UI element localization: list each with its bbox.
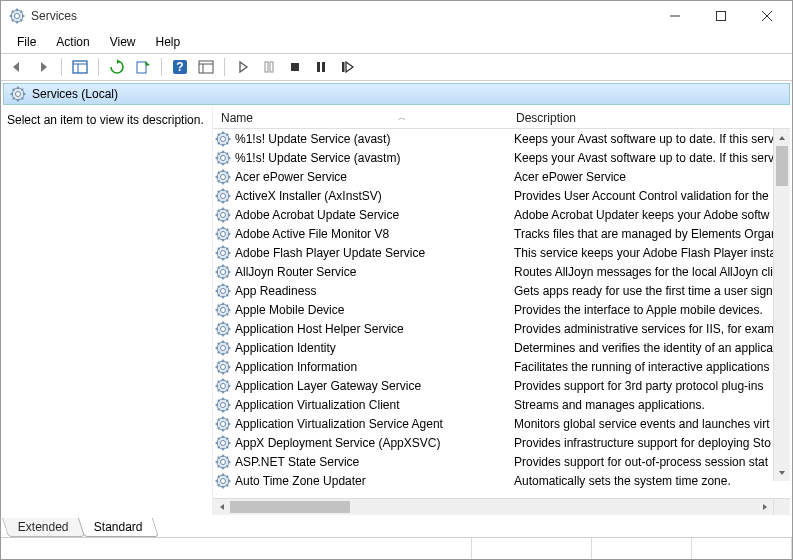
show-hide-tree-button[interactable] — [68, 56, 92, 78]
service-row[interactable]: Acer ePower ServiceAcer ePower Service — [213, 167, 790, 186]
service-description: Keeps your Avast software up to date. If… — [510, 132, 790, 146]
service-description: Acer ePower Service — [510, 170, 790, 184]
menu-help[interactable]: Help — [146, 33, 191, 51]
sort-indicator-icon: ︿ — [348, 112, 406, 123]
service-row[interactable]: AppX Deployment Service (AppXSVC)Provide… — [213, 433, 790, 452]
service-row[interactable]: %1!s! Update Service (avastm)Keeps your … — [213, 148, 790, 167]
service-name: Acer ePower Service — [235, 170, 510, 184]
services-root-icon — [10, 86, 26, 102]
svg-rect-24 — [270, 62, 273, 72]
service-name: ActiveX Installer (AxInstSV) — [235, 189, 510, 203]
service-name: AllJoyn Router Service — [235, 265, 510, 279]
service-name: Adobe Active File Monitor V8 — [235, 227, 510, 241]
service-icon — [215, 169, 231, 185]
column-description[interactable]: Description — [508, 107, 790, 128]
service-row[interactable]: %1!s! Update Service (avast)Keeps your A… — [213, 129, 790, 148]
start-service-button[interactable] — [231, 56, 255, 78]
scroll-down-button[interactable] — [774, 464, 790, 481]
service-list-pane: Name ︿ Description %1!s! Update Service … — [213, 107, 790, 515]
tab-extended[interactable]: Extended — [2, 518, 85, 537]
service-name: Application Information — [235, 360, 510, 374]
menu-bar: File Action View Help — [1, 31, 792, 53]
service-row[interactable]: App ReadinessGets apps ready for use the… — [213, 281, 790, 300]
toolbar: ? — [1, 53, 792, 81]
status-bar — [1, 537, 792, 559]
service-name: Adobe Acrobat Update Service — [235, 208, 510, 222]
pause-service-button[interactable] — [257, 56, 281, 78]
export-list-button[interactable] — [131, 56, 155, 78]
service-icon — [215, 264, 231, 280]
menu-action[interactable]: Action — [46, 33, 99, 51]
properties-button[interactable] — [194, 56, 218, 78]
service-description: Provides the interface to Apple mobile d… — [510, 303, 790, 317]
service-row[interactable]: Application InformationFacilitates the r… — [213, 357, 790, 376]
scroll-thumb-h[interactable] — [230, 501, 350, 513]
service-icon — [215, 226, 231, 242]
column-name[interactable]: Name ︿ — [213, 107, 508, 128]
service-name: Adobe Flash Player Update Service — [235, 246, 510, 260]
service-row[interactable]: Application Virtualization ClientStreams… — [213, 395, 790, 414]
service-row[interactable]: Adobe Active File Monitor V8Tracks files… — [213, 224, 790, 243]
service-icon — [215, 340, 231, 356]
menu-view[interactable]: View — [100, 33, 146, 51]
title-bar: Services — [1, 1, 792, 31]
service-description: This service keeps your Adobe Flash Play… — [510, 246, 790, 260]
svg-text:?: ? — [176, 60, 183, 74]
service-name: ASP.NET State Service — [235, 455, 510, 469]
service-name: Apple Mobile Device — [235, 303, 510, 317]
refresh-button[interactable] — [105, 56, 129, 78]
service-description: Keeps your Avast software up to date. If… — [510, 151, 790, 165]
service-description: Monitors global service events and launc… — [510, 417, 790, 431]
service-name: Application Identity — [235, 341, 510, 355]
service-name: %1!s! Update Service (avast) — [235, 132, 510, 146]
svg-rect-17 — [137, 62, 146, 73]
stop-service-button[interactable] — [283, 56, 307, 78]
scroll-left-button[interactable] — [213, 499, 230, 515]
service-name: AppX Deployment Service (AppXSVC) — [235, 436, 510, 450]
service-icon — [215, 207, 231, 223]
service-row[interactable]: Apple Mobile DeviceProvides the interfac… — [213, 300, 790, 319]
tree-root-row[interactable]: Services (Local) — [3, 83, 790, 105]
tab-standard[interactable]: Standard — [78, 518, 159, 537]
restart-service-button[interactable] — [335, 56, 359, 78]
horizontal-scrollbar[interactable] — [213, 498, 790, 515]
help-button[interactable]: ? — [168, 56, 192, 78]
service-description: Determines and verifies the identity of … — [510, 341, 790, 355]
minimize-button[interactable] — [652, 1, 698, 31]
back-button[interactable] — [5, 56, 29, 78]
close-button[interactable] — [744, 1, 790, 31]
svg-rect-25 — [291, 63, 299, 71]
forward-button[interactable] — [31, 56, 55, 78]
service-row[interactable]: ASP.NET State ServiceProvides support fo… — [213, 452, 790, 471]
svg-rect-20 — [199, 61, 213, 73]
service-name: Application Layer Gateway Service — [235, 379, 510, 393]
service-description: Provides User Account Control validation… — [510, 189, 790, 203]
service-description: Streams and manages applications. — [510, 398, 790, 412]
service-icon — [215, 321, 231, 337]
vertical-scrollbar[interactable] — [773, 129, 790, 481]
maximize-button[interactable] — [698, 1, 744, 31]
service-row[interactable]: Auto Time Zone UpdaterAutomatically sets… — [213, 471, 790, 490]
service-row[interactable]: Adobe Flash Player Update ServiceThis se… — [213, 243, 790, 262]
service-row[interactable]: Application Virtualization Service Agent… — [213, 414, 790, 433]
svg-rect-11 — [717, 12, 726, 21]
service-row[interactable]: ActiveX Installer (AxInstSV)Provides Use… — [213, 186, 790, 205]
service-row[interactable]: AllJoyn Router ServiceRoutes AllJoyn mes… — [213, 262, 790, 281]
service-row[interactable]: Application Layer Gateway ServiceProvide… — [213, 376, 790, 395]
tree-root-label: Services (Local) — [32, 87, 118, 101]
service-description: Facilitates the running of interactive a… — [510, 360, 790, 374]
service-icon — [215, 473, 231, 489]
scroll-up-button[interactable] — [774, 129, 790, 146]
svg-rect-23 — [265, 62, 268, 72]
service-row[interactable]: Application IdentityDetermines and verif… — [213, 338, 790, 357]
service-icon — [215, 188, 231, 204]
service-row[interactable]: Adobe Acrobat Update ServiceAdobe Acroba… — [213, 205, 790, 224]
service-icon — [215, 245, 231, 261]
pause2-service-button[interactable] — [309, 56, 333, 78]
service-icon — [215, 283, 231, 299]
scroll-thumb-v[interactable] — [776, 146, 788, 186]
menu-file[interactable]: File — [7, 33, 46, 51]
scroll-right-button[interactable] — [756, 499, 773, 515]
service-row[interactable]: Application Host Helper ServiceProvides … — [213, 319, 790, 338]
service-list[interactable]: %1!s! Update Service (avast)Keeps your A… — [213, 129, 790, 490]
